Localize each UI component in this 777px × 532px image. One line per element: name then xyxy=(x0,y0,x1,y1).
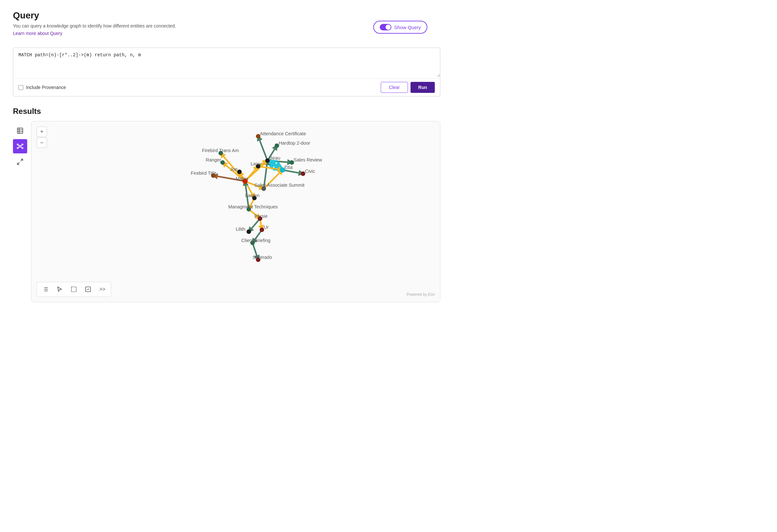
list-tool-icon[interactable] xyxy=(41,285,50,294)
svg-text:Silverado: Silverado xyxy=(252,255,272,260)
zoom-out-button[interactable]: − xyxy=(36,138,47,148)
svg-text:Firebird Title: Firebird Title xyxy=(191,170,216,176)
svg-point-7 xyxy=(17,148,18,149)
svg-text:Attendance Certificate: Attendance Certificate xyxy=(260,131,306,136)
run-button[interactable]: Run xyxy=(411,82,435,93)
svg-rect-86 xyxy=(72,287,77,292)
svg-text:Civic: Civic xyxy=(305,169,315,174)
svg-line-13 xyxy=(21,159,23,161)
learn-more-link[interactable]: Learn more about Query xyxy=(13,31,63,36)
svg-point-6 xyxy=(22,144,23,145)
graph-svg: Attendance Certificate Hardtop 2-door Sa… xyxy=(31,121,440,290)
show-query-toggle[interactable]: Show Query xyxy=(373,21,427,34)
include-provenance-label[interactable]: Include Provenance xyxy=(18,85,66,90)
svg-text:Lauren: Lauren xyxy=(245,193,260,198)
svg-line-9 xyxy=(18,145,19,146)
cursor-tool-icon[interactable] xyxy=(55,285,64,294)
svg-point-4 xyxy=(19,145,21,147)
svg-text:Sales Review: Sales Review xyxy=(294,157,322,162)
svg-text:Lilith: Lilith xyxy=(236,227,245,232)
svg-text:Ur: Ur xyxy=(264,225,269,230)
zoom-controls: + − xyxy=(36,127,47,148)
svg-text:Sales Associate Summit: Sales Associate Summit xyxy=(254,182,305,188)
expand-view-button[interactable] xyxy=(13,155,27,169)
svg-text:Persie: Persie xyxy=(254,214,268,219)
svg-line-14 xyxy=(17,162,19,164)
svg-text:Beau: Beau xyxy=(269,155,281,160)
table-view-button[interactable] xyxy=(13,124,27,138)
include-provenance-text: Include Provenance xyxy=(26,85,66,90)
toggle-switch-icon xyxy=(380,24,392,30)
powered-by: Powered by Esri xyxy=(407,292,435,297)
svg-point-58 xyxy=(237,169,242,174)
graph-panel: + − xyxy=(31,121,440,302)
zoom-in-button[interactable]: + xyxy=(36,127,47,137)
graph-view-button[interactable] xyxy=(13,139,27,153)
svg-text:Larry: Larry xyxy=(250,161,261,166)
graph-canvas[interactable]: Attendance Certificate Hardtop 2-door Sa… xyxy=(31,121,440,290)
svg-line-32 xyxy=(282,170,303,174)
svg-text:Managment Techniques: Managment Techniques xyxy=(228,204,278,210)
svg-line-10 xyxy=(21,145,22,146)
svg-line-12 xyxy=(21,147,22,148)
page-title: Query xyxy=(13,10,440,21)
svg-rect-0 xyxy=(17,128,23,134)
svg-text:Client Briefing: Client Briefing xyxy=(241,238,270,243)
clear-button[interactable]: Clear xyxy=(381,82,408,93)
more-tools-icon[interactable]: >> xyxy=(98,285,107,294)
svg-line-29 xyxy=(258,136,267,160)
svg-text:Etta: Etta xyxy=(284,165,293,170)
sidebar-icons xyxy=(13,121,27,302)
svg-text:Hardtop 2-door: Hardtop 2-door xyxy=(279,140,310,146)
svg-text:Matrix: Matrix xyxy=(236,176,249,181)
svg-text:Ranger: Ranger xyxy=(206,157,221,162)
show-query-label: Show Query xyxy=(394,25,421,30)
svg-point-8 xyxy=(22,148,23,149)
svg-point-5 xyxy=(17,144,18,145)
results-title: Results xyxy=(13,107,440,116)
svg-point-72 xyxy=(247,230,251,234)
query-box: MATCH path=(n)-[r*..2]->(m) return path,… xyxy=(13,47,440,97)
bottom-toolbar: >> xyxy=(36,282,111,297)
select-tool-icon[interactable] xyxy=(69,285,78,294)
svg-line-24 xyxy=(249,219,260,231)
include-provenance-checkbox[interactable] xyxy=(18,85,23,90)
svg-line-11 xyxy=(18,147,19,148)
check-tool-icon[interactable] xyxy=(84,285,93,294)
svg-text:Joe: Joe xyxy=(230,167,238,172)
svg-text:Firebird Trans Am: Firebird Trans Am xyxy=(202,148,239,153)
query-textarea[interactable]: MATCH path=(n)-[r*..2]->(m) return path,… xyxy=(13,48,440,77)
